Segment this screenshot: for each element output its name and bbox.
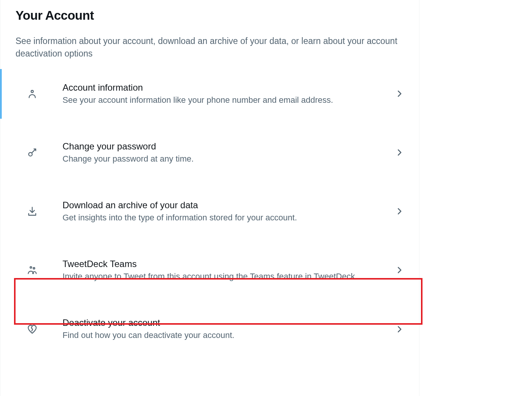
item-text: Deactivate your account Find out how you… [46,317,395,341]
item-title: Deactivate your account [63,317,395,328]
chevron-right-icon [395,148,404,157]
person-icon [27,88,46,99]
item-text: Change your password Change your passwor… [46,140,395,165]
item-title: Change your password [63,140,395,152]
svg-point-0 [31,90,33,93]
item-text: TweetDeck Teams Invite anyone to Tweet f… [46,258,395,283]
item-desc: Change your password at any time. [63,153,395,165]
item-download-archive[interactable]: Download an archive of your data Get ins… [0,189,419,234]
item-desc: Get insights into the type of informatio… [63,212,395,224]
chevron-right-icon [395,207,404,216]
item-change-password[interactable]: Change your password Change your passwor… [0,130,419,176]
page-description: See information about your account, down… [0,27,419,71]
page-title: Your Account [16,8,404,23]
item-desc: See your account information like your p… [63,94,395,106]
item-tweetdeck-teams[interactable]: TweetDeck Teams Invite anyone to Tweet f… [0,247,419,293]
item-deactivate-account[interactable]: Deactivate your account Find out how you… [0,306,419,352]
item-title: TweetDeck Teams [63,258,395,270]
settings-panel: Your Account See information about your … [0,0,419,396]
item-desc: Find out how you can deactivate your acc… [63,329,395,341]
chevron-right-icon [395,89,404,98]
svg-point-2 [30,267,31,268]
heart-broken-icon [27,324,46,335]
item-desc: Invite anyone to Tweet from this account… [63,270,395,283]
key-icon [27,147,46,158]
chevron-right-icon [395,325,404,334]
item-text: Account information See your account inf… [46,82,395,106]
item-text: Download an archive of your data Get ins… [46,199,395,224]
teams-icon [27,265,46,275]
item-title: Account information [63,82,395,93]
settings-list: Account information See your account inf… [0,71,419,352]
item-account-information[interactable]: Account information See your account inf… [0,71,419,117]
svg-point-3 [33,268,35,269]
item-title: Download an archive of your data [63,199,395,211]
chevron-right-icon [395,266,404,275]
header: Your Account [0,0,419,27]
download-icon [27,206,46,217]
